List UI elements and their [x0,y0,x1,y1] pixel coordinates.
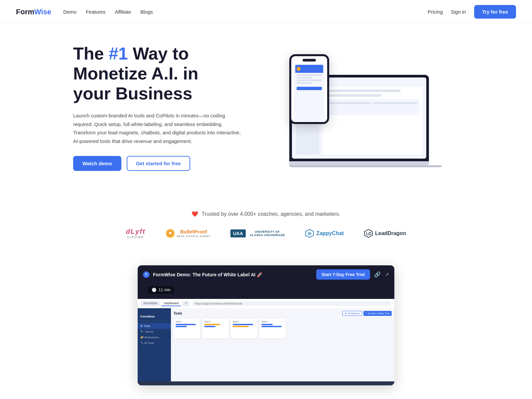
templates-button[interactable]: ⊕ Templates [342,311,362,316]
card-bar-1 [176,324,196,325]
logo-dlyft: dLyft LISTING [126,228,146,239]
browser-tab-3: + [183,301,190,306]
card-bar-8 [261,326,282,327]
app-menu-workspaces[interactable]: 📁 Workspaces [138,334,171,340]
main-bar-2 [325,94,382,97]
phone-line-4 [297,82,312,84]
app-menu-search[interactable]: 🔍 Search [138,329,171,334]
watch-demo-button[interactable]: Watch demo [73,156,121,171]
video-actions: Start 7-Day Free Trial 🔗 ↗ [316,269,389,280]
logo-wise-text: Wise [34,8,51,16]
svg-point-6 [310,233,311,234]
card-bar-2 [176,326,187,327]
hero-image [246,48,472,167]
app-logo-area: FormWise [138,311,171,321]
uaa-badge: UAA [230,229,246,237]
search-icon: 🔍 [140,330,144,333]
phone-app-icon [297,67,301,71]
app-logo-mini: FormWise [140,315,155,318]
zappychat-text: ZappyChat [316,230,344,236]
hero-title-line3: your Business [73,84,192,103]
card-bar-7 [261,324,273,325]
tool-card-4[interactable]: Tool 4 [259,319,286,338]
hero-desc: Launch custom-branded AI tools and CoPil… [73,111,246,145]
try-for-free-button[interactable]: Try for free [474,5,516,19]
nav-link-blogs[interactable]: Blogs [140,9,153,15]
hero-title: The #1 Way to Monetize A.I. in your Busi… [73,44,246,103]
phone-line-1 [297,74,322,76]
phone-notch [303,59,316,62]
uaa-text: University of Alaska Anchorage [250,230,285,237]
trusted-text: ❤️ Trusted by over 4,000+ coaches, agenc… [16,211,516,217]
svg-text:LD: LD [366,231,371,236]
tool-card-1[interactable]: Tool 1 [174,319,200,338]
navbar: FormWise Demo Features Affiliate Blogs P… [0,0,532,24]
trusted-section: ❤️ Trusted by over 4,000+ coaches, agenc… [0,198,532,252]
phone-lines [295,73,323,91]
timer-text: 11 min [159,288,171,292]
browser-tab-1: FormWise [141,301,160,306]
tool-card-2[interactable]: Tool 2 [202,319,229,338]
hero-title-pre: The [73,44,109,63]
nav-pricing-link[interactable]: Pricing [428,9,443,15]
video-topbar: F FormWise Demo: The Future of White Lab… [138,265,394,284]
logo-leaddrgon: LD LeadDragon [364,229,406,238]
start-trial-button[interactable]: Start 7-Day Free Trial [316,269,370,280]
card-bar-4 [204,326,215,327]
hero-section: The #1 Way to Monetize A.I. in your Busi… [33,24,499,198]
video-timer-wrap: 🕐 11 min [138,284,394,299]
card-line-1 [327,102,371,104]
device-container [279,48,439,167]
trusted-label: Trusted by over 4,000+ coaches, agencies… [202,211,340,217]
nav-signin-link[interactable]: Sign in [451,9,466,15]
phone-line-2 [297,77,312,78]
create-tool-button[interactable]: + Create a New Tool [363,311,392,316]
browser-tabs: FormWise Dashboard + [141,301,190,306]
card-inner [327,101,418,104]
leaddrgon-icon: LD [364,229,373,238]
app-menu-tools[interactable]: ⚙ Tools [138,323,171,329]
nav-link-features[interactable]: Features [86,9,105,15]
card-title-4: Tool 4 [261,321,284,323]
laptop-base [289,161,429,165]
video-link-icon-button[interactable]: 🔗 [374,271,381,278]
card-bar-6 [233,326,249,327]
browser-bar: FormWise Dashboard + https://app.formwis… [138,299,394,308]
video-title-text: FormWise Demo: The Future of White Label… [153,272,262,277]
svg-point-5 [309,233,310,234]
app-main-area: Tools ⊕ Templates + Create a New Tool To… [171,308,394,381]
video-external-icon-button[interactable]: ↗ [385,271,389,278]
card-title-1: Tool 1 [176,321,198,323]
phone-screen [294,64,325,124]
video-wrapper: F FormWise Demo: The Future of White Lab… [138,265,394,385]
video-section: F FormWise Demo: The Future of White Lab… [130,265,402,399]
svg-point-4 [308,233,309,234]
tool-card-3[interactable]: Tool 3 [231,319,257,338]
app-tool-cards: Tool 1 Tool 2 Tool 3 [174,319,392,338]
phone-cta-btn [297,87,322,90]
app-menu-all-tools[interactable]: 🔧 All Tools [138,340,171,346]
app-content: FormWise ⚙ Tools 🔍 Search 📁 Workspaces 🔧… [138,308,394,381]
logo-bulletproof: BulletProof REAL ESTATE AGENT [166,229,210,238]
nav-link-affiliate[interactable]: Affiliate [115,9,131,15]
hero-title-line2: Monetize A.I. in [73,64,199,83]
logo-uaa: UAA University of Alaska Anchorage [230,229,285,237]
video-favicon: F [143,271,150,278]
browser-url[interactable]: https://app.formwise.ai/formfar/tools [192,301,391,306]
nav-links: Demo Features Affiliate Blogs [63,9,153,15]
main-card-1 [325,99,420,115]
trusted-heart: ❤️ [192,211,198,217]
bulletproof-icon [166,229,175,238]
logo[interactable]: FormWise [16,8,51,16]
card-title-3: Tool 3 [233,321,255,323]
clock-icon: 🕐 [152,288,157,292]
app-tools-heading: Tools [174,312,182,315]
bulletproof-text: BulletProof REAL ESTATE AGENT [177,229,210,238]
card-title-2: Tool 2 [204,321,227,323]
nav-link-demo[interactable]: Demo [63,9,76,15]
get-started-button[interactable]: Get started for free [127,156,190,171]
hero-text: The #1 Way to Monetize A.I. in your Busi… [73,44,246,171]
main-bar-1 [325,89,401,92]
logo-form-text: Form [16,8,34,16]
nav-left: FormWise Demo Features Affiliate Blogs [16,8,153,16]
